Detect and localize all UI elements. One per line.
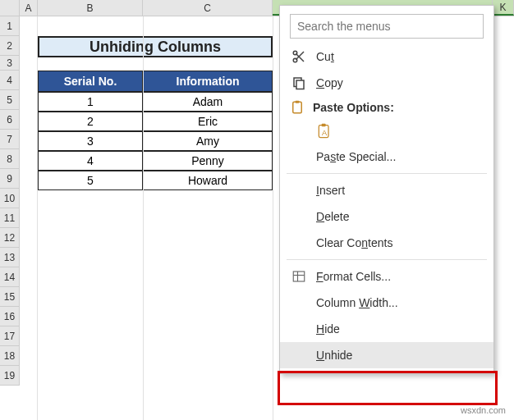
format-cells-icon (290, 267, 308, 285)
table-header-info[interactable]: Information (143, 71, 273, 92)
row-headers: 1 2 3 4 5 6 7 8 9 10 11 12 13 14 15 16 1… (0, 16, 20, 386)
svg-rect-5 (296, 101, 300, 103)
menu-search-input[interactable]: Search the menus (290, 14, 484, 39)
col-header-A[interactable]: A (20, 0, 38, 16)
svg-rect-7 (322, 124, 326, 126)
svg-point-1 (293, 58, 297, 62)
spreadsheet: A B C K 1 2 3 4 5 6 7 8 9 10 11 12 13 14… (0, 0, 514, 420)
blank-icon (290, 346, 308, 364)
paste-values-icon: A (316, 123, 333, 139)
menu-unhide[interactable]: Unhide (280, 342, 493, 368)
col-header-K[interactable]: K (493, 0, 514, 16)
menu-insert-label: Insert (316, 184, 482, 197)
menu-paste-special[interactable]: Paste Special... (280, 144, 493, 170)
row-header-10[interactable]: 10 (0, 189, 20, 208)
row-header-5[interactable]: 5 (0, 90, 20, 110)
menu-paste-special-label: Paste Special... (316, 150, 482, 163)
copy-icon (290, 74, 308, 92)
menu-paste-options-label: Paste Options: (313, 101, 394, 114)
menu-hide[interactable]: Hide (280, 316, 493, 342)
table-row[interactable]: 3 (38, 131, 143, 151)
menu-copy-label: Copy (316, 76, 482, 89)
row-header-18[interactable]: 18 (0, 346, 20, 366)
menu-delete-label: Delete (316, 210, 482, 223)
table-row[interactable]: Adam (143, 92, 273, 112)
row-header-1[interactable]: 1 (0, 16, 20, 36)
blank-icon (290, 148, 308, 166)
table-row[interactable]: Amy (143, 131, 273, 151)
svg-rect-3 (296, 80, 304, 89)
row-header-12[interactable]: 12 (0, 228, 20, 248)
col-header-C[interactable]: C (143, 0, 273, 16)
row-header-3[interactable]: 3 (0, 56, 20, 71)
watermark: wsxdn.com (461, 405, 506, 415)
table-row[interactable]: 1 (38, 92, 143, 112)
row-header-16[interactable]: 16 (0, 307, 20, 326)
menu-clear-contents[interactable]: Clear Contents (280, 230, 493, 256)
svg-rect-4 (293, 102, 302, 113)
row-header-11[interactable]: 11 (0, 208, 20, 228)
menu-format-cells[interactable]: Format Cells... (280, 263, 493, 290)
context-menu: Search the menus Cut Copy Paste Options:… (279, 5, 494, 374)
table-row[interactable]: Howard (143, 171, 273, 190)
row-header-9[interactable]: 9 (0, 169, 20, 189)
menu-paste-option-values[interactable]: A (280, 119, 493, 144)
menu-clear-contents-label: Clear Contents (316, 236, 482, 249)
row-header-14[interactable]: 14 (0, 267, 20, 287)
table-row[interactable]: 2 (38, 112, 143, 131)
svg-text:A: A (322, 129, 328, 137)
blank-icon (290, 294, 308, 312)
row-header-8[interactable]: 8 (0, 149, 20, 169)
menu-search-placeholder: Search the menus (297, 20, 391, 33)
table-row[interactable]: Penny (143, 151, 273, 171)
menu-column-width[interactable]: Column Width... (280, 290, 493, 316)
row-header-6[interactable]: 6 (0, 110, 20, 130)
menu-unhide-label: Unhide (316, 349, 482, 362)
table-row[interactable]: Eric (143, 112, 273, 131)
menu-insert[interactable]: Insert (280, 177, 493, 203)
menu-separator (287, 173, 487, 174)
table-row[interactable]: 5 (38, 171, 143, 190)
menu-paste-options: Paste Options: (280, 96, 493, 119)
menu-cut[interactable]: Cut (280, 43, 493, 70)
menu-format-cells-label: Format Cells... (316, 270, 482, 283)
row-header-19[interactable]: 19 (0, 366, 20, 386)
table-header-serial[interactable]: Serial No. (38, 71, 143, 92)
clipboard-icon (290, 100, 305, 115)
menu-copy[interactable]: Copy (280, 70, 493, 96)
title-cell[interactable]: Unhiding Columns (38, 36, 273, 57)
table-row[interactable]: 4 (38, 151, 143, 171)
row-header-15[interactable]: 15 (0, 287, 20, 307)
col-header-B[interactable]: B (38, 0, 143, 16)
menu-delete[interactable]: Delete (280, 203, 493, 230)
menu-cut-label: Cut (316, 50, 482, 63)
scissors-icon (290, 48, 308, 66)
svg-point-0 (293, 51, 297, 55)
menu-hide-label: Hide (316, 322, 482, 336)
row-header-13[interactable]: 13 (0, 248, 20, 267)
blank-icon (290, 234, 308, 252)
blank-icon (290, 208, 308, 226)
select-all-corner[interactable] (0, 0, 20, 16)
menu-column-width-label: Column Width... (316, 296, 482, 309)
row-header-2[interactable]: 2 (0, 36, 20, 56)
row-header-17[interactable]: 17 (0, 326, 20, 346)
row-header-7[interactable]: 7 (0, 130, 20, 149)
blank-icon (290, 181, 308, 199)
blank-icon (290, 320, 308, 338)
svg-rect-9 (293, 272, 305, 281)
row-header-4[interactable]: 4 (0, 71, 20, 90)
menu-separator (287, 259, 487, 260)
